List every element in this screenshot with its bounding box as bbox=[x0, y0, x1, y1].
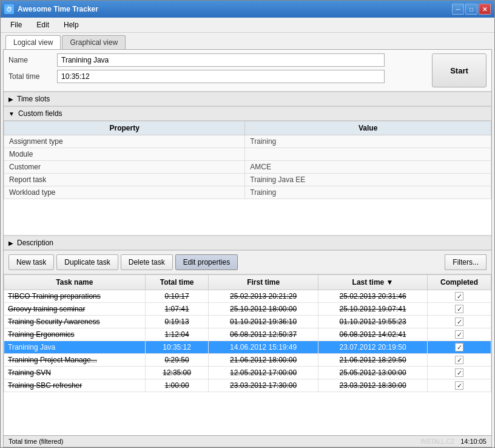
minimize-button[interactable]: ─ bbox=[452, 4, 464, 15]
completed-checkbox[interactable]: ✓ bbox=[455, 317, 463, 326]
start-button[interactable]: Start bbox=[432, 53, 487, 87]
filters-button[interactable]: Filters... bbox=[445, 254, 487, 270]
maximize-button[interactable]: □ bbox=[465, 4, 477, 15]
completed-checkbox[interactable]: ✓ bbox=[455, 305, 463, 313]
total-time-cell: 0:10:17 bbox=[145, 290, 209, 303]
name-input[interactable] bbox=[57, 53, 385, 67]
first-time-cell: 14.06.2012 15:19:49 bbox=[209, 341, 318, 354]
last-time-cell: 06.08.2012 14:02:41 bbox=[318, 328, 427, 341]
col-header-task-name[interactable]: Task name bbox=[4, 275, 146, 290]
new-task-button[interactable]: New task bbox=[8, 254, 54, 270]
completed-checkbox[interactable]: ✓ bbox=[455, 330, 463, 339]
first-time-cell: 21.06.2012 18:00:00 bbox=[209, 354, 318, 367]
window-controls: ─ □ ✕ bbox=[452, 4, 491, 15]
custom-fields-arrow: ▼ bbox=[8, 110, 15, 117]
cf-value-cell: Training bbox=[245, 186, 491, 199]
table-row[interactable]: Training SBC refresher1:00:0023.03.2012 … bbox=[4, 379, 491, 392]
table-row[interactable]: Training Security Awareness0:19:1301.10.… bbox=[4, 316, 491, 328]
form-area: Name Total time Start bbox=[4, 50, 491, 92]
last-time-cell: 25.02.2013 20:31:46 bbox=[318, 290, 427, 303]
delete-task-button[interactable]: Delete task bbox=[121, 254, 173, 270]
completed-checkbox[interactable]: ✓ bbox=[455, 292, 463, 300]
tab-graphical-view[interactable]: Graphical view bbox=[62, 35, 126, 49]
col-header-total-time[interactable]: Total time bbox=[145, 275, 209, 290]
cf-empty-area bbox=[4, 199, 491, 236]
description-arrow: ▶ bbox=[8, 240, 13, 246]
cf-property-cell: Module bbox=[4, 148, 245, 161]
task-table: Task name Total time First time Last tim… bbox=[4, 274, 491, 392]
table-row[interactable]: Tranining Project Manage...0:29:5021.06.… bbox=[4, 354, 491, 367]
time-slots-label: Time slots bbox=[17, 95, 50, 103]
last-time-cell: 21.06.2012 18:29:50 bbox=[318, 354, 427, 367]
menu-help[interactable]: Help bbox=[59, 19, 84, 30]
first-time-cell: 23.03.2012 17:30:00 bbox=[209, 379, 318, 392]
completed-cell: ✓ bbox=[428, 367, 491, 379]
completed-cell: ✓ bbox=[428, 354, 491, 367]
table-row[interactable]: Tranining Java10:35:1214.06.2012 15:19:4… bbox=[4, 341, 491, 354]
task-name-cell: Groovy training seminar bbox=[4, 303, 146, 316]
completed-checkbox[interactable]: ✓ bbox=[455, 356, 463, 364]
action-bar: New task Duplicate task Delete task Edit… bbox=[4, 250, 491, 274]
cf-value-cell bbox=[245, 148, 491, 161]
completed-cell: ✓ bbox=[428, 328, 491, 341]
total-time-input[interactable] bbox=[57, 70, 385, 83]
task-name-cell: Training SVN bbox=[4, 367, 146, 379]
first-time-cell: 12.05.2012 17:00:00 bbox=[209, 367, 318, 379]
total-time-cell: 1:07:41 bbox=[145, 303, 209, 316]
custom-fields-area: Property Value Assignment typeTrainingMo… bbox=[4, 121, 491, 236]
tab-bar: Logical view Graphical view bbox=[1, 33, 494, 49]
app-icon: ⏱ bbox=[4, 4, 14, 14]
task-table-wrapper: Task name Total time First time Last tim… bbox=[4, 274, 491, 435]
table-row[interactable]: Training Ergonomics1:12:0406.08.2012 12:… bbox=[4, 328, 491, 341]
name-row: Name bbox=[8, 53, 421, 67]
sort-icon: ▼ bbox=[386, 278, 394, 287]
completed-checkbox[interactable]: ✓ bbox=[455, 343, 463, 351]
table-row[interactable]: TIBCO Training preparations0:10:1725.02.… bbox=[4, 290, 491, 303]
first-time-cell: 25.10.2012 18:00:00 bbox=[209, 303, 318, 316]
status-right: INSTALL.CZ 14:10:05 bbox=[420, 438, 487, 445]
completed-cell: ✓ bbox=[428, 290, 491, 303]
col-header-first-time[interactable]: First time bbox=[209, 275, 318, 290]
close-button[interactable]: ✕ bbox=[479, 4, 491, 15]
custom-fields-label: Custom fields bbox=[18, 109, 62, 118]
menu-edit[interactable]: Edit bbox=[32, 19, 54, 30]
last-time-cell: 23.07.2012 20:19:50 bbox=[318, 341, 427, 354]
completed-checkbox[interactable]: ✓ bbox=[455, 381, 463, 390]
menu-file[interactable]: File bbox=[5, 19, 27, 30]
tab-logical-view[interactable]: Logical view bbox=[5, 35, 61, 50]
custom-fields-section-header[interactable]: ▼ Custom fields bbox=[4, 106, 491, 121]
time-slots-section-header[interactable]: ▶ Time slots bbox=[4, 92, 491, 106]
description-label: Description bbox=[17, 239, 53, 247]
col-header-completed[interactable]: Completed bbox=[428, 275, 491, 290]
main-window: ⏱ Awesome Time Tracker ─ □ ✕ File Edit H… bbox=[0, 0, 495, 448]
total-time-label: Total time bbox=[8, 72, 57, 81]
cf-property-cell: Assignment type bbox=[4, 135, 245, 148]
cf-value-header: Value bbox=[245, 121, 491, 135]
last-time-cell: 23.03.2012 18:30:00 bbox=[318, 379, 427, 392]
total-time-cell: 0:29:50 bbox=[145, 354, 209, 367]
total-time-cell: 0:19:13 bbox=[145, 316, 209, 328]
table-row[interactable]: Training SVN12:35:0012.05.2012 17:00:002… bbox=[4, 367, 491, 379]
edit-properties-button[interactable]: Edit properties bbox=[175, 254, 238, 270]
task-name-cell: Training Security Awareness bbox=[4, 316, 146, 328]
cf-value-cell: AMCE bbox=[245, 161, 491, 174]
completed-checkbox[interactable]: ✓ bbox=[455, 368, 463, 377]
title-bar: ⏱ Awesome Time Tracker ─ □ ✕ bbox=[1, 1, 494, 18]
cf-value-cell: Training Java EE bbox=[245, 174, 491, 186]
completed-cell: ✓ bbox=[428, 379, 491, 392]
duplicate-task-button[interactable]: Duplicate task bbox=[56, 254, 118, 270]
completed-cell: ✓ bbox=[428, 303, 491, 316]
name-label: Name bbox=[8, 56, 57, 64]
custom-fields-table: Property Value Assignment typeTrainingMo… bbox=[4, 121, 491, 199]
total-time-cell: 10:35:12 bbox=[145, 341, 209, 354]
task-name-cell: Tranining Java bbox=[4, 341, 146, 354]
first-time-cell: 01.10.2012 19:36:10 bbox=[209, 316, 318, 328]
task-name-cell: TIBCO Training preparations bbox=[4, 290, 146, 303]
total-time-row: Total time bbox=[8, 70, 421, 83]
total-time-cell: 1:00:00 bbox=[145, 379, 209, 392]
table-row[interactable]: Groovy training seminar1:07:4125.10.2012… bbox=[4, 303, 491, 316]
col-header-last-time[interactable]: Last time ▼ bbox=[318, 275, 427, 290]
description-section-header[interactable]: ▶ Description bbox=[4, 236, 491, 250]
last-time-cell: 01.10.2012 19:55:23 bbox=[318, 316, 427, 328]
first-time-cell: 06.08.2012 12:50:37 bbox=[209, 328, 318, 341]
